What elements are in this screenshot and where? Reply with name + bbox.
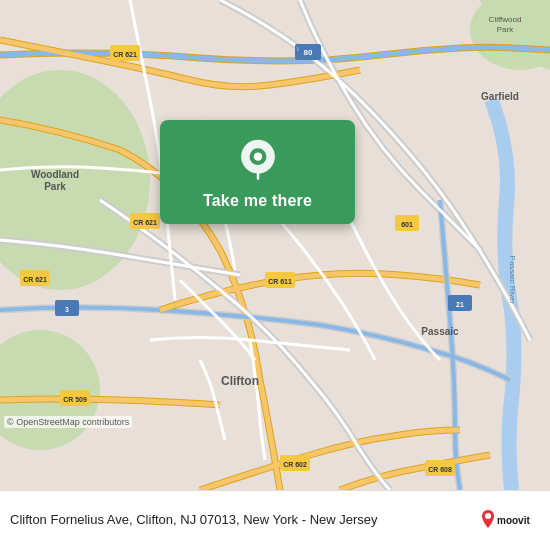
osm-attribution: © OpenStreetMap contributors	[4, 416, 132, 428]
svg-text:Garfield: Garfield	[481, 91, 519, 102]
svg-text:CR 611: CR 611	[268, 278, 292, 285]
location-card: Take me there	[160, 120, 355, 224]
bottom-bar: Clifton Fornelius Ave, Clifton, NJ 07013…	[0, 490, 550, 550]
svg-text:21: 21	[456, 301, 464, 308]
svg-text:601: 601	[401, 221, 413, 228]
moovit-logo: moovit	[480, 506, 540, 536]
svg-text:CR 621: CR 621	[113, 51, 137, 58]
svg-text:3: 3	[65, 306, 69, 313]
svg-text:CR 621: CR 621	[133, 219, 157, 226]
svg-text:CR 509: CR 509	[63, 396, 87, 403]
attribution-text: © OpenStreetMap contributors	[7, 417, 129, 427]
svg-text:Park: Park	[497, 25, 514, 34]
svg-point-39	[485, 513, 491, 519]
take-me-there-button[interactable]: Take me there	[203, 192, 312, 210]
location-pin-icon	[236, 138, 280, 182]
svg-text:I: I	[297, 46, 298, 52]
map-container: 80 I 21 3 CR 621 CR 621 CR 621 CR 611 CR…	[0, 0, 550, 490]
svg-text:Cliffwood: Cliffwood	[489, 15, 522, 24]
svg-text:Passaic: Passaic	[421, 326, 459, 337]
svg-text:moovit: moovit	[497, 515, 530, 526]
svg-text:CR 602: CR 602	[283, 461, 307, 468]
svg-text:Passaic River: Passaic River	[508, 256, 517, 305]
svg-point-38	[253, 152, 261, 160]
svg-text:Clifton: Clifton	[221, 374, 259, 388]
svg-text:Park: Park	[44, 181, 66, 192]
address-text: Clifton Fornelius Ave, Clifton, NJ 07013…	[10, 511, 480, 529]
svg-text:CR 608: CR 608	[428, 466, 452, 473]
svg-text:Woodland: Woodland	[31, 169, 79, 180]
svg-text:80: 80	[304, 48, 313, 57]
svg-text:CR 621: CR 621	[23, 276, 47, 283]
